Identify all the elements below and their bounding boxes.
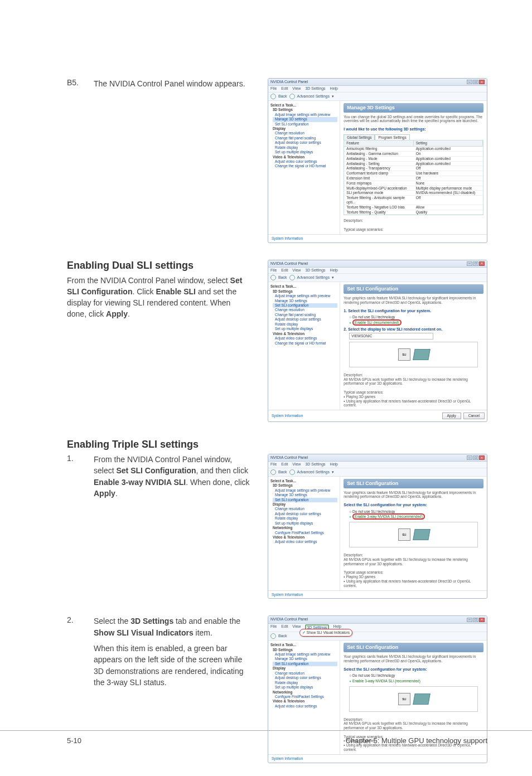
sidebar-item[interactable]: Change resolution [273, 507, 337, 511]
close-button[interactable]: × [479, 261, 485, 266]
table-row[interactable]: Multi-display/mixed-GPU accelerationMult… [344, 186, 483, 191]
sidebar-item[interactable]: Adjust image settings with preview [273, 488, 337, 493]
menu-3dsettings[interactable]: 3D Settings [305, 268, 325, 273]
minimize-button[interactable]: – [467, 455, 472, 460]
sidebar-item[interactable]: Adjust image settings with preview [273, 113, 337, 117]
maximize-button[interactable]: □ [473, 80, 478, 84]
table-row[interactable]: Antialiasing - Gamma correctionOn [344, 152, 483, 157]
close-button[interactable]: × [479, 618, 485, 622]
sidebar-item[interactable]: Configure FirstPacket Settings [273, 531, 337, 535]
sidebar-item[interactable]: Change resolution [273, 308, 337, 312]
menu-help[interactable]: Help [330, 462, 338, 467]
sidebar-item[interactable]: Set SLI configuration [273, 303, 337, 308]
menu-help[interactable]: Help [330, 268, 338, 273]
advanced-settings-dropdown[interactable]: Advanced Settings [297, 275, 330, 280]
sidebar-item[interactable]: Set up multiple displays [273, 150, 337, 154]
sidebar-item[interactable]: Set SLI configuration [273, 498, 337, 502]
menu-edit[interactable]: Edit [281, 462, 288, 467]
sidebar-item[interactable]: Adjust image settings with preview [273, 294, 337, 298]
menu-file[interactable]: File [270, 86, 277, 91]
sidebar-item[interactable]: Adjust video color settings [273, 704, 337, 709]
table-row[interactable]: Force mipmapsNone [344, 181, 483, 186]
sidebar-item[interactable]: Adjust video color settings [273, 336, 337, 341]
sidebar-item[interactable]: Adjust desktop color settings [273, 140, 337, 145]
table-row[interactable]: Antialiasing - ModeApplication-controlle… [344, 157, 483, 162]
advanced-settings-dropdown[interactable]: Advanced Settings [297, 94, 330, 99]
menu-view[interactable]: View [292, 86, 301, 91]
menu-edit[interactable]: Edit [281, 86, 288, 91]
system-info-link[interactable]: System Information [268, 590, 487, 599]
back-icon[interactable] [270, 275, 276, 280]
sidebar-item[interactable]: Change the signal or HD format [273, 341, 337, 346]
minimize-button[interactable]: – [467, 80, 472, 84]
table-row[interactable]: Antialiasing - TransparencyOff [344, 166, 483, 171]
apply-button[interactable]: Apply [442, 413, 461, 419]
close-button[interactable]: × [479, 80, 485, 84]
sidebar-item[interactable]: Rotate display [273, 322, 337, 327]
sidebar-item[interactable]: Change the signal or HD format [273, 164, 337, 168]
table-row[interactable]: Antialiasing - SettingApplication-contro… [344, 162, 483, 167]
sidebar-item[interactable]: Rotate display [273, 516, 337, 521]
table-row[interactable]: SLI performance modeNVIDIA recommended (… [344, 191, 483, 196]
maximize-button[interactable]: □ [473, 455, 478, 460]
system-info-link[interactable]: System Information [268, 754, 487, 763]
close-button[interactable]: × [479, 455, 485, 460]
radio-no-sli[interactable]: Do not use SLI technology [344, 673, 483, 678]
sidebar-item[interactable]: Set SLI configuration [273, 122, 337, 127]
menu-3dsettings[interactable]: 3D Settings [305, 462, 325, 467]
sidebar-item[interactable]: Adjust desktop color settings [273, 676, 337, 680]
sidebar-item[interactable]: Set SLI configuration [273, 662, 337, 666]
radio-enable-3way-sli[interactable]: Enable 3-way NVIDIA SLI (recommended) [344, 678, 483, 684]
sidebar-item[interactable]: Change flat panel scaling [273, 313, 337, 317]
menu-file[interactable]: File [270, 268, 277, 273]
sidebar-item[interactable]: Change flat panel scaling [273, 136, 337, 140]
minimize-button[interactable]: – [467, 261, 472, 266]
system-info-link[interactable]: System Information [268, 412, 306, 420]
table-row[interactable]: Texture filtering - Anisotropic sample o… [344, 196, 483, 205]
forward-icon[interactable] [289, 275, 295, 280]
table-row[interactable]: Anisotropic filteringApplication-control… [344, 147, 483, 152]
sidebar-item[interactable]: Adjust video color settings [273, 540, 337, 544]
sidebar-item[interactable]: Adjust image settings with preview [273, 652, 337, 657]
menu-3dsettings[interactable]: 3D Settings [305, 86, 325, 91]
radio-enable-sli[interactable]: Enable SLI (recommended) [344, 320, 483, 326]
sidebar-item[interactable]: Manage 3D settings [273, 657, 337, 661]
table-row[interactable]: Extension limitOff [344, 176, 483, 181]
forward-icon[interactable] [289, 94, 295, 99]
forward-icon[interactable] [289, 469, 295, 475]
sidebar-item[interactable]: Rotate display [273, 681, 337, 685]
maximize-button[interactable]: □ [473, 261, 478, 266]
maximize-button[interactable]: □ [473, 618, 478, 622]
menu-edit[interactable]: Edit [281, 624, 288, 631]
sidebar-item[interactable]: Set up multiple displays [273, 685, 337, 690]
sidebar-item[interactable]: Manage 3D settings [273, 299, 337, 303]
sidebar-item[interactable]: Manage 3D settings [273, 117, 337, 122]
table-row[interactable]: Texture filtering - QualityQuality [344, 210, 483, 215]
sidebar-item[interactable]: Rotate display [273, 146, 337, 150]
system-info-link[interactable]: System Information [268, 234, 487, 243]
display-select[interactable]: VIEWSONIC [349, 333, 433, 340]
menu-view[interactable]: View [292, 462, 301, 467]
sidebar-item[interactable]: Adjust video color settings [273, 159, 337, 164]
menu-file[interactable]: File [270, 462, 277, 467]
sidebar-item[interactable]: Change resolution [273, 131, 337, 135]
menu-item-show-sli-indicators[interactable]: Show SLI Visual Indicators [302, 630, 350, 635]
menu-edit[interactable]: Edit [281, 268, 288, 273]
back-icon[interactable] [270, 633, 276, 639]
advanced-settings-dropdown[interactable]: Advanced Settings [297, 470, 330, 474]
menu-file[interactable]: File [270, 624, 277, 631]
sidebar-item[interactable]: Set up multiple displays [273, 521, 337, 526]
table-row[interactable]: Texture filtering - Negative LOD biasAll… [344, 205, 483, 210]
sidebar-item[interactable]: Configure FirstPacket Settings [273, 695, 337, 699]
sidebar-item[interactable]: Manage 3D settings [273, 493, 337, 497]
sidebar-item[interactable]: Adjust desktop color settings [273, 512, 337, 516]
sidebar-item[interactable]: Set up multiple displays [273, 327, 337, 331]
radio-enable-3way-sli[interactable]: Enable 3-way NVIDIA SLI (recommended) [344, 514, 483, 520]
back-icon[interactable] [270, 469, 276, 475]
cancel-button[interactable]: Cancel [463, 413, 485, 419]
minimize-button[interactable]: – [467, 618, 472, 622]
sidebar-item[interactable]: Adjust desktop color settings [273, 317, 337, 322]
back-icon[interactable] [270, 94, 276, 99]
menu-help[interactable]: Help [330, 86, 338, 91]
menu-view[interactable]: View [292, 268, 301, 273]
